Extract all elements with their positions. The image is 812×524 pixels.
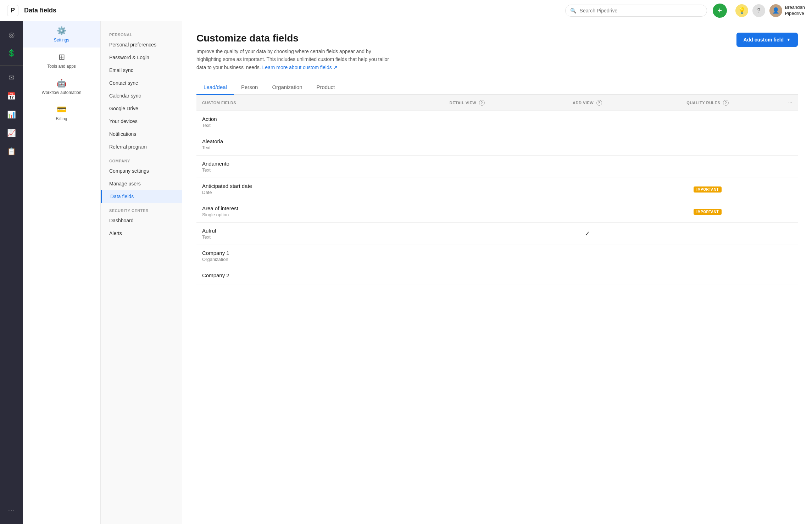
quality-rules-cell: IMPORTANT	[647, 178, 768, 200]
field-name: Aleatoria	[202, 138, 401, 144]
field-type: Single option	[202, 212, 401, 217]
nav-item-radar[interactable]: ◎	[4, 27, 19, 43]
more-cell	[768, 133, 798, 156]
nav-item-trending[interactable]: 📈	[4, 125, 19, 141]
topbar: P Data fields 🔍 + 💡 ? 👤 Breandan Pipedri…	[0, 0, 812, 21]
section-title-personal: PERSONAL	[101, 30, 182, 38]
detail-view-cell	[407, 178, 527, 200]
settings-label: Settings	[54, 38, 69, 43]
field-name: Action	[202, 116, 401, 122]
menu-item-referral-program[interactable]: Referral program	[101, 140, 182, 153]
add-view-cell	[527, 178, 647, 200]
add-view-cell	[527, 200, 647, 223]
tab-person[interactable]: Person	[234, 80, 265, 95]
settings-nav-workflow[interactable]: 🤖 Workflow automation	[23, 74, 100, 100]
tab-lead-deal[interactable]: Lead/deal	[196, 80, 234, 95]
tips-icon-button[interactable]: 💡	[735, 4, 748, 17]
avatar-image: 👤	[769, 4, 782, 17]
topbar-icons: 💡 ? 👤 Breandan Pipedrive	[735, 4, 805, 17]
learn-more-link[interactable]: Learn more about custom fields ↗	[262, 65, 338, 70]
field-name: Andamento	[202, 161, 401, 167]
field-name: Area of interest	[202, 205, 401, 211]
menu-item-your-devices[interactable]: Your devices	[101, 115, 182, 128]
field-cell: Area of interest Single option	[196, 200, 407, 223]
more-cell	[768, 245, 798, 267]
mail-icon: ✉	[9, 73, 15, 82]
more-cell	[768, 178, 798, 200]
detail-view-cell	[407, 133, 527, 156]
nav-item-calendar[interactable]: 📅	[4, 88, 19, 104]
tab-product[interactable]: Product	[310, 80, 342, 95]
menu-item-notifications[interactable]: Notifications	[101, 128, 182, 140]
quality-rules-cell	[647, 156, 768, 178]
menu-item-contact-sync[interactable]: Contact sync	[101, 77, 182, 89]
field-cell: Andamento Text	[196, 156, 407, 178]
page-description: Improve the quality of your data by choo…	[196, 48, 391, 71]
menu-item-dashboard[interactable]: Dashboard	[101, 214, 182, 227]
field-cell: Company 2	[196, 267, 407, 284]
left-menu: PERSONAL Personal preferences Password &…	[101, 21, 182, 524]
field-cell: Anticipated start date Date	[196, 178, 407, 200]
nav-item-dollar[interactable]: 💲	[4, 45, 19, 61]
user-avatar[interactable]: 👤 Breandan Pipedrive	[769, 4, 805, 17]
logo: P	[7, 5, 18, 16]
billing-label: Billing	[56, 116, 67, 121]
settings-sidebar: ⚙️ Settings ⊞ Tools and apps 🤖 Workflow …	[23, 21, 101, 524]
th-quality-rules: QUALITY RULES ?	[647, 95, 768, 111]
table-row: Company 1 Organization	[196, 245, 798, 267]
settings-nav-tools[interactable]: ⊞ Tools and apps	[23, 48, 100, 74]
add-view-cell	[527, 245, 647, 267]
search-icon: 🔍	[570, 8, 576, 13]
table-row: Action Text	[196, 111, 798, 133]
nav-bottom: ⋯	[4, 503, 19, 518]
menu-item-password-login[interactable]: Password & Login	[101, 51, 182, 64]
main-page-title: Customize data fields	[196, 33, 736, 44]
field-type: Date	[202, 190, 401, 195]
settings-nav-list: ⚙️ Settings ⊞ Tools and apps 🤖 Workflow …	[23, 21, 100, 126]
th-add-view: ADD VIEW ?	[527, 95, 647, 111]
search-input[interactable]	[565, 5, 707, 17]
th-more[interactable]: ···	[768, 95, 798, 111]
menu-item-email-sync[interactable]: Email sync	[101, 64, 182, 77]
help-button[interactable]: ?	[752, 4, 765, 17]
settings-nav-billing[interactable]: 💳 Billing	[23, 100, 100, 126]
detail-view-cell	[407, 156, 527, 178]
table-row: Company 2	[196, 267, 798, 284]
menu-item-google-drive[interactable]: Google Drive	[101, 102, 182, 115]
table-row: Anticipated start date Date IMPORTANT	[196, 178, 798, 200]
detail-view-cell	[407, 267, 527, 284]
add-custom-field-button[interactable]: Add custom field ▼	[736, 33, 798, 47]
more-cell	[768, 200, 798, 223]
field-name: Anticipated start date	[202, 183, 401, 189]
settings-icon: ⚙️	[57, 26, 66, 35]
nav-item-more[interactable]: ⋯	[4, 503, 19, 518]
nav-item-clipboard[interactable]: 📋	[4, 144, 19, 159]
workflow-label: Workflow automation	[42, 90, 82, 95]
tab-organization[interactable]: Organization	[265, 80, 309, 95]
menu-section-security: SECURITY CENTER Dashboard Alerts	[101, 206, 182, 240]
detail-view-cell	[407, 245, 527, 267]
menu-item-data-fields[interactable]: Data fields	[101, 190, 182, 203]
add-view-help-icon[interactable]: ?	[596, 100, 602, 106]
settings-nav-settings[interactable]: ⚙️ Settings	[23, 21, 100, 48]
more-cell	[768, 111, 798, 133]
reports-icon: 📊	[7, 110, 16, 119]
header-left: Customize data fields Improve the qualit…	[196, 33, 736, 71]
menu-item-calendar-sync[interactable]: Calendar sync	[101, 89, 182, 102]
detail-view-help-icon[interactable]: ?	[479, 100, 485, 106]
workflow-icon: 🤖	[57, 79, 66, 88]
menu-item-personal-prefs[interactable]: Personal preferences	[101, 38, 182, 51]
global-add-button[interactable]: +	[713, 4, 727, 18]
table-row: Aufruf Text ✓	[196, 223, 798, 245]
menu-item-alerts[interactable]: Alerts	[101, 227, 182, 240]
menu-section-personal: PERSONAL Personal preferences Password &…	[101, 30, 182, 153]
quality-rules-help-icon[interactable]: ?	[723, 100, 729, 106]
checkmark-icon: ✓	[533, 230, 642, 238]
menu-item-company-settings[interactable]: Company settings	[101, 165, 182, 177]
menu-item-manage-users[interactable]: Manage users	[101, 177, 182, 190]
dots-icon: ⋯	[8, 506, 15, 515]
nav-item-mail[interactable]: ✉	[4, 70, 19, 85]
section-title-security: SECURITY CENTER	[101, 206, 182, 214]
nav-item-reports[interactable]: 📊	[4, 107, 19, 122]
field-cell: Aufruf Text	[196, 223, 407, 245]
